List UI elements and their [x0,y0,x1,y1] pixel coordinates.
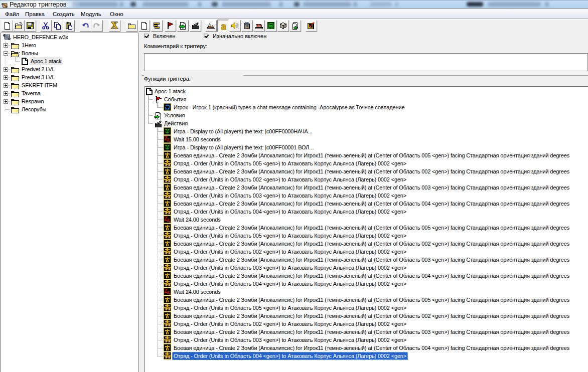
svg-text:X: X [111,22,118,30]
svg-text:z: z [169,220,171,223]
svg-text:z: z [169,292,171,295]
svg-text:z: z [169,140,171,143]
svg-text:a: a [221,22,226,30]
